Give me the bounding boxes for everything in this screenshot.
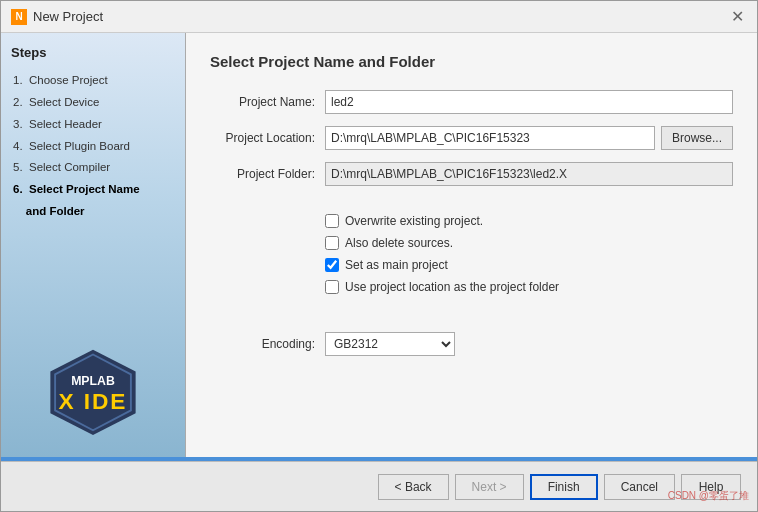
encoding-select[interactable]: GB2312 UTF-8 ISO-8859-1 [325, 332, 455, 356]
delete-sources-checkbox[interactable] [325, 236, 339, 250]
project-name-row: Project Name: [210, 90, 733, 114]
project-folder-input[interactable] [325, 162, 733, 186]
step-6-label: Select Project Name and Folder [13, 183, 140, 217]
main-project-label[interactable]: Set as main project [345, 258, 448, 272]
back-button[interactable]: < Back [378, 474, 449, 500]
encoding-label: Encoding: [210, 337, 325, 351]
mplab-logo: MPLAB X IDE [38, 345, 148, 435]
step-5: 5. Select Compiler [11, 157, 175, 179]
step-1-num: 1. [13, 74, 26, 86]
overwrite-label[interactable]: Overwrite existing project. [345, 214, 483, 228]
step-3-num: 3. [13, 118, 26, 130]
project-location-label: Project Location: [210, 131, 325, 145]
main-project-checkbox[interactable] [325, 258, 339, 272]
content-area: Select Project Name and Folder Project N… [186, 33, 757, 457]
step-5-label: Select Compiler [29, 161, 110, 173]
step-6: 6. Select Project Name and Folder [11, 179, 175, 223]
checkbox-row-1: Overwrite existing project. [325, 214, 733, 228]
step-3: 3. Select Header [11, 114, 175, 136]
step-6-num: 6. [13, 183, 26, 195]
project-folder-row: Project Folder: [210, 162, 733, 186]
project-location-row: Project Location: Browse... [210, 126, 733, 150]
project-name-label: Project Name: [210, 95, 325, 109]
checkboxes-section: Overwrite existing project. Also delete … [325, 214, 733, 302]
finish-button[interactable]: Finish [530, 474, 598, 500]
title-bar: N New Project ✕ [1, 1, 757, 33]
checkbox-row-3: Set as main project [325, 258, 733, 272]
content-title: Select Project Name and Folder [210, 53, 733, 70]
steps-title: Steps [11, 45, 175, 60]
step-3-label: Select Header [29, 118, 102, 130]
svg-text:X IDE: X IDE [59, 388, 128, 414]
step-2-label: Select Device [29, 96, 99, 108]
watermark: CSDN @零蛋了堆 [668, 489, 749, 503]
footer: < Back Next > Finish Cancel Help [1, 461, 757, 511]
encoding-row: Encoding: GB2312 UTF-8 ISO-8859-1 [210, 332, 733, 356]
step-4: 4. Select Plugin Board [11, 136, 175, 158]
close-button[interactable]: ✕ [727, 7, 747, 27]
checkbox-row-2: Also delete sources. [325, 236, 733, 250]
main-content: Steps 1. Choose Project 2. Select Device… [1, 33, 757, 457]
title-bar-left: N New Project [11, 9, 103, 25]
delete-sources-label[interactable]: Also delete sources. [345, 236, 453, 250]
step-2-num: 2. [13, 96, 26, 108]
cancel-button[interactable]: Cancel [604, 474, 675, 500]
step-2: 2. Select Device [11, 92, 175, 114]
checkbox-row-4: Use project location as the project fold… [325, 280, 733, 294]
project-name-input[interactable] [325, 90, 733, 114]
use-location-label[interactable]: Use project location as the project fold… [345, 280, 559, 294]
step-5-num: 5. [13, 161, 26, 173]
browse-button[interactable]: Browse... [661, 126, 733, 150]
project-folder-label: Project Folder: [210, 167, 325, 181]
step-4-num: 4. [13, 140, 26, 152]
main-window: N New Project ✕ Steps 1. Choose Project … [0, 0, 758, 512]
step-4-label: Select Plugin Board [29, 140, 130, 152]
steps-list: 1. Choose Project 2. Select Device 3. Se… [11, 70, 175, 223]
next-button[interactable]: Next > [455, 474, 524, 500]
overwrite-checkbox[interactable] [325, 214, 339, 228]
window-title: New Project [33, 9, 103, 24]
logo-area: MPLAB X IDE [11, 335, 175, 445]
step-1: 1. Choose Project [11, 70, 175, 92]
sidebar: Steps 1. Choose Project 2. Select Device… [1, 33, 186, 457]
step-1-label: Choose Project [29, 74, 108, 86]
use-location-checkbox[interactable] [325, 280, 339, 294]
svg-text:MPLAB: MPLAB [71, 374, 115, 388]
app-icon: N [11, 9, 27, 25]
project-location-input[interactable] [325, 126, 655, 150]
